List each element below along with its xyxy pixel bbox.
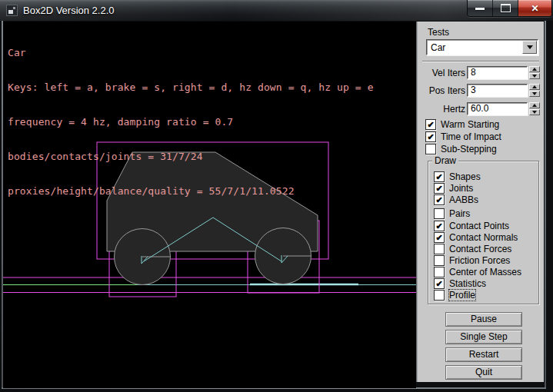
checkbox-label: AABBs bbox=[449, 194, 478, 205]
window-title: Box2D Version 2.2.0 bbox=[23, 5, 115, 16]
checkbox-box[interactable] bbox=[434, 244, 445, 254]
spinner-up-button[interactable] bbox=[529, 102, 540, 108]
checkbox-box[interactable] bbox=[434, 208, 445, 219]
draw-group-box: Draw ✔ Shapes ✔ Joints ✔ AABBs Pairs ✔ C… bbox=[428, 161, 539, 304]
checkbox-box[interactable] bbox=[434, 267, 445, 277]
checkbox-box[interactable]: ✔ bbox=[434, 183, 445, 194]
separator bbox=[422, 61, 539, 62]
checkbox-box[interactable] bbox=[434, 290, 445, 301]
single-step-button[interactable]: Single Step bbox=[445, 330, 522, 344]
stats-line-frequency: frequency = 4 hz, damping ratio = 0.7 bbox=[8, 116, 374, 128]
checkbox-box[interactable]: ✔ bbox=[425, 119, 436, 130]
pos-iters-label: Pos Iters bbox=[429, 85, 465, 96]
close-button[interactable]: ✕ bbox=[518, 0, 551, 16]
stats-line-proxies: proxies/height/balance/quality = 55/7/1/… bbox=[8, 185, 374, 197]
checkbox-label: Center of Masses bbox=[449, 267, 521, 277]
close-icon: ✕ bbox=[531, 4, 538, 13]
checkbox-label: Pairs bbox=[449, 208, 470, 219]
minimize-icon bbox=[475, 8, 485, 10]
checkbox-label: Sub-Stepping bbox=[441, 144, 497, 154]
checkbox-label: Profile bbox=[449, 290, 475, 301]
checkbox-label: Warm Starting bbox=[441, 119, 499, 130]
app-window: Box2D Version 2.2.0 ✕ bbox=[0, 0, 553, 392]
pos-iters-row: Pos Iters 3 bbox=[418, 84, 544, 97]
vel-iters-spinner bbox=[529, 66, 540, 79]
checkbox-box[interactable] bbox=[425, 144, 436, 154]
spinner-up-button[interactable] bbox=[529, 66, 540, 72]
checkbox-label: Time of Impact bbox=[441, 131, 501, 142]
maximize-button[interactable] bbox=[493, 0, 518, 16]
hertz-row: Hertz 60.0 bbox=[418, 102, 544, 115]
quit-button[interactable]: Quit bbox=[445, 365, 522, 380]
spinner-down-icon bbox=[532, 75, 537, 78]
window-controls: ✕ bbox=[467, 0, 552, 17]
checkbox-box[interactable]: ✔ bbox=[425, 131, 436, 142]
tests-dropdown-value: Car bbox=[431, 42, 445, 53]
control-panel: Tests Car Vel Iters 8 Pos Iters 3 Hertz bbox=[418, 22, 544, 382]
stats-line-bodies: bodies/contacts/joints = 31/7/24 bbox=[8, 151, 374, 162]
vel-iters-row: Vel Iters 8 bbox=[418, 66, 544, 79]
stats-line-test-name: Car bbox=[8, 47, 374, 58]
spinner-up-icon bbox=[532, 85, 537, 88]
app-icon bbox=[6, 5, 18, 16]
pos-iters-input[interactable]: 3 bbox=[467, 84, 528, 97]
checkbox-box[interactable] bbox=[434, 255, 445, 266]
pos-iters-spinner bbox=[529, 84, 540, 97]
hertz-label: Hertz bbox=[443, 104, 465, 115]
checkbox-box[interactable]: ✔ bbox=[434, 278, 445, 289]
restart-button[interactable]: Restart bbox=[445, 347, 522, 362]
checkbox-label: Friction Forces bbox=[449, 255, 510, 266]
checkbox-box[interactable]: ✔ bbox=[434, 171, 445, 182]
spinner-down-icon bbox=[532, 92, 537, 95]
spinner-down-button[interactable] bbox=[529, 73, 540, 79]
vel-iters-label: Vel Iters bbox=[432, 68, 465, 78]
checkbox-label: Shapes bbox=[449, 171, 481, 182]
checkbox-label: Joints bbox=[449, 183, 473, 194]
spinner-down-button[interactable] bbox=[529, 91, 540, 97]
simulation-canvas[interactable]: Car Keys: left = a, brake = s, right = d… bbox=[3, 22, 416, 388]
draw-group-label: Draw bbox=[432, 156, 458, 166]
stats-line-keys: Keys: left = a, brake = s, right = d, hz… bbox=[8, 81, 374, 93]
checkbox-box[interactable]: ✔ bbox=[434, 232, 445, 243]
checkbox-box[interactable]: ✔ bbox=[434, 221, 445, 231]
pause-button[interactable]: Pause bbox=[445, 312, 522, 327]
checkbox-label: Statistics bbox=[449, 278, 486, 289]
spinner-up-button[interactable] bbox=[529, 84, 540, 90]
tests-dropdown[interactable]: Car bbox=[426, 39, 538, 55]
checkbox-label: Contact Points bbox=[449, 221, 509, 231]
stats-overlay: Car Keys: left = a, brake = s, right = d… bbox=[8, 24, 374, 220]
spinner-down-button[interactable] bbox=[529, 109, 540, 115]
spinner-up-icon bbox=[532, 104, 537, 107]
minimize-button[interactable] bbox=[468, 0, 493, 16]
hertz-spinner bbox=[529, 102, 540, 115]
checkbox-label: Contact Normals bbox=[449, 232, 518, 243]
window-frame-right bbox=[545, 21, 546, 389]
title-bar[interactable]: Box2D Version 2.2.0 ✕ bbox=[0, 0, 553, 21]
spinner-up-icon bbox=[532, 68, 537, 71]
hertz-input[interactable]: 60.0 bbox=[467, 102, 528, 115]
maximize-icon bbox=[501, 4, 511, 12]
checkbox-box[interactable]: ✔ bbox=[434, 194, 445, 205]
tests-label: Tests bbox=[428, 27, 449, 38]
vel-iters-input[interactable]: 8 bbox=[467, 66, 528, 79]
spinner-down-icon bbox=[532, 111, 537, 114]
checkbox-label: Contact Forces bbox=[449, 244, 511, 254]
tests-dropdown-button[interactable] bbox=[522, 41, 537, 54]
chevron-down-icon bbox=[527, 45, 533, 49]
